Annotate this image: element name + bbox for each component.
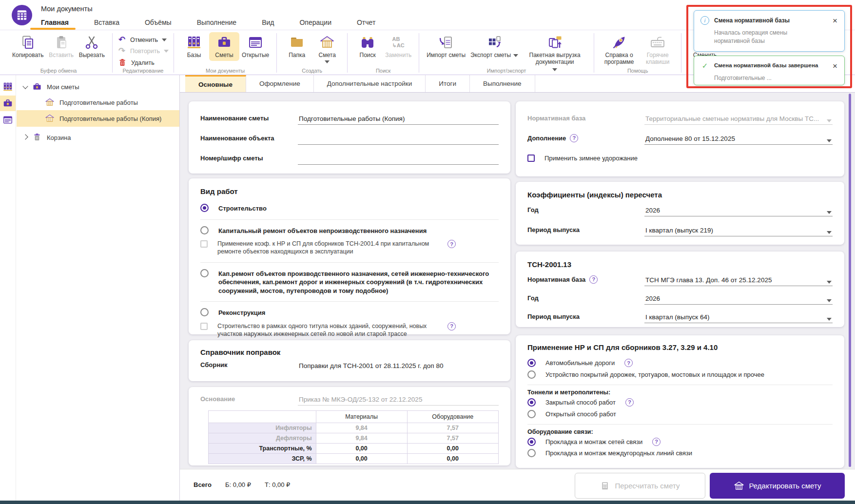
ribbon-group-editing: ↶Отменить ↷Повторить Удалить Редактирова… (113, 31, 174, 75)
work-type-title: Вид работ (200, 187, 499, 195)
tsn13-year-label: Год (527, 294, 644, 305)
menu-tab-execution[interactable]: Выполнение (197, 19, 236, 26)
tsn13-base-select[interactable]: ТСН МГЭ глава 13. Доп. 46 от 25.12.2025 (644, 274, 833, 286)
menu-tab-main[interactable]: Главная (41, 19, 69, 26)
tree-item-recycle-bin[interactable]: Корзина (17, 130, 179, 145)
tree-item-my-estimates[interactable]: Мои сметы (17, 79, 179, 95)
estimates-button[interactable]: Сметы (209, 32, 239, 61)
radio-icon[interactable] (200, 308, 209, 316)
menu-tab-view[interactable]: Вид (262, 19, 274, 26)
year-select[interactable]: 2026 (644, 205, 833, 216)
table-corner-cell (209, 411, 316, 423)
dropdown-caret-icon (827, 231, 832, 234)
recalculate-button: Пересчитать смету (575, 473, 705, 499)
help-icon[interactable]: ? (589, 275, 598, 284)
radio-row-communication-networks[interactable]: Прокладка и монтаж сетей связи ? (527, 436, 833, 448)
help-icon[interactable]: ? (447, 240, 456, 248)
search-button[interactable]: Поиск (352, 32, 383, 61)
help-icon[interactable]: ? (624, 359, 633, 367)
estimate-name-input[interactable]: Подготовительные работы (Копия) (298, 113, 499, 125)
radio-selected-icon[interactable] (200, 204, 209, 212)
export-estimate-button[interactable]: Экспорт сметы (468, 32, 521, 61)
winter-checkbox-row[interactable]: Применить зимнее удорожание (527, 153, 833, 164)
radio-row-closed-method[interactable]: Закрытый способ работ ? (527, 397, 833, 408)
tsn13-period-select[interactable]: I квартал (выпуск 64) (644, 311, 833, 323)
radio-row-industrial-repair[interactable]: Кап.ремонт объектов производственного на… (200, 267, 499, 298)
tree-item-estimate[interactable]: Подготовительные работы (17, 95, 179, 110)
chevron-down-icon (22, 83, 28, 89)
cut-button[interactable]: Вырезать (77, 32, 107, 61)
radio-selected-icon[interactable] (527, 398, 536, 407)
tab-additional-settings[interactable]: Дополнительные настройки (314, 75, 426, 92)
radio-row-intercity-lines[interactable]: Прокладка и монтаж междугородных линий с… (527, 447, 833, 459)
export-dropdown-caret-icon (513, 54, 518, 57)
rail-item-bases[interactable] (0, 79, 16, 95)
help-icon[interactable]: ? (652, 438, 661, 446)
tab-general[interactable]: Основные (185, 75, 246, 92)
bases-icon (186, 34, 202, 51)
estimate-number-input[interactable] (298, 153, 499, 165)
menu-tab-operations[interactable]: Операции (299, 19, 331, 26)
copy-button[interactable]: Копировать (10, 32, 46, 61)
undo-button[interactable]: ↶Отменить (117, 36, 169, 44)
new-folder-button[interactable]: Папка (282, 32, 312, 61)
radio-row-capital-repair[interactable]: Капитальный ремонт объектов непроизводст… (200, 224, 499, 238)
checkbox-row-tsn4[interactable]: Применение коэф. к НР и СП для сборников… (200, 237, 499, 258)
opened-button[interactable]: Открытые (239, 32, 272, 61)
radio-row-pavements[interactable]: Устройство покрытий дорожек, тротуаров, … (527, 369, 833, 381)
footer-bar: Всего Б: 0,00 ₽ Т: 0,00 ₽ Пересчитать см… (180, 469, 855, 501)
checkbox-row-single-title[interactable]: Строительство в рамках одного титула нов… (200, 320, 499, 341)
radio-selected-icon[interactable] (527, 438, 536, 446)
radio-icon[interactable] (200, 226, 209, 234)
radio-row-open-method[interactable]: Открытый способ работ (527, 408, 833, 420)
card-basis: Основание Приказ № МКЭ-ОД/25-132 от 22.1… (189, 387, 510, 465)
object-name-input[interactable] (298, 133, 499, 145)
close-icon[interactable]: × (832, 17, 838, 25)
help-icon[interactable]: ? (447, 322, 456, 330)
radio-selected-icon[interactable] (527, 359, 536, 367)
radio-row-roads[interactable]: Автомобильные дороги ? (527, 357, 833, 369)
dropdown-caret-icon (827, 318, 832, 321)
menu-tab-volumes[interactable]: Объёмы (145, 19, 172, 26)
help-icon[interactable]: ? (625, 398, 634, 407)
vertical-scrollbar[interactable] (849, 94, 851, 467)
close-icon[interactable]: × (832, 62, 838, 70)
help-icon[interactable]: ? (570, 134, 578, 142)
check-icon: ✓ (700, 61, 709, 70)
tsn13-year-select[interactable]: 2026 (644, 293, 833, 305)
tsn13-title: ТСН-2001.13 (527, 260, 833, 269)
ribbon-group-my-documents: Базы Сметы Открытые Мои документы (174, 31, 276, 75)
rail-item-estimates[interactable] (0, 96, 16, 111)
new-estimate-button[interactable]: Смета (312, 32, 342, 65)
checkbox-icon[interactable] (527, 155, 535, 162)
collection-value[interactable]: Поправки для ТСН-2001 от 28.11.2025 г. д… (298, 360, 499, 371)
import-estimate-button[interactable]: Импорт сметы (424, 32, 468, 61)
basis-label: Основание (200, 395, 298, 406)
radio-icon[interactable] (527, 370, 536, 379)
radio-row-construction[interactable]: Строительство (200, 201, 499, 215)
radio-row-reconstruction[interactable]: Реконструкция (200, 306, 499, 320)
menu-tab-report[interactable]: Отчет (357, 19, 375, 26)
delete-button[interactable]: Удалить (117, 58, 169, 68)
batch-upload-button[interactable]: Пакетная выгрузка документации (521, 32, 589, 73)
card-work-type: Вид работ Строительство Капитальный ремо… (189, 178, 510, 334)
about-button[interactable]: Справка о программе (599, 32, 639, 68)
ribbon-group-import-export: Импорт сметы Экспорт сметы Пакетная выгр… (419, 31, 594, 75)
tree-item-estimate-selected[interactable]: Подготовительные работы (Копия) (17, 110, 179, 127)
tab-totals[interactable]: Итоги (426, 75, 470, 92)
bases-button[interactable]: Базы (179, 32, 209, 61)
radio-icon[interactable] (527, 410, 536, 418)
tab-execution[interactable]: Выполнение (470, 75, 535, 92)
radio-icon[interactable] (527, 449, 536, 457)
radio-icon[interactable] (200, 269, 209, 277)
app-logo-icon[interactable] (12, 5, 32, 25)
menu-tab-insert[interactable]: Вставка (94, 19, 119, 26)
basis-input[interactable]: Приказ № МКЭ-ОД/25-132 от 22.12.2025 (298, 394, 499, 406)
ribbon-group-clipboard: Копировать Вставить Вырезать Буфер обмен… (5, 31, 112, 75)
dropdown-caret-icon (827, 139, 832, 142)
edit-estimate-button[interactable]: Редактировать смету (710, 473, 845, 499)
tab-decoration[interactable]: Оформление (246, 75, 314, 92)
rail-item-opened[interactable] (0, 112, 16, 128)
period-select[interactable]: I квартал (выпуск 219) (644, 225, 833, 236)
supplement-select[interactable]: Дополнение 80 от 15.12.2025 (644, 133, 833, 145)
